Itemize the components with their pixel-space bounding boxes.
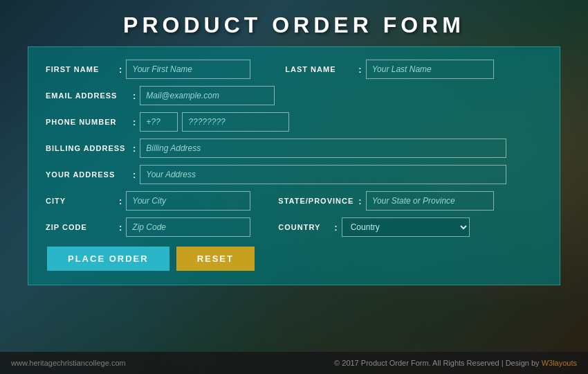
field-address: YOUR ADDRESS : [46, 165, 542, 184]
label-billing: BILLING ADDRESS [46, 144, 129, 152]
input-phone-num[interactable] [182, 112, 289, 132]
input-state[interactable] [366, 191, 494, 211]
input-firstname[interactable] [126, 60, 250, 79]
row-billing: BILLING ADDRESS : [46, 139, 542, 158]
button-row: PLACE ORDER RESET [46, 247, 542, 271]
field-city: CITY : [46, 191, 250, 211]
label-phone: PHONE NUMBER [46, 118, 129, 126]
label-zip: ZIP CODE [46, 223, 115, 231]
label-state: STATE/PROVINCE [278, 197, 354, 205]
field-state: STATE/PROVINCE : [278, 191, 493, 211]
input-city[interactable] [126, 191, 250, 211]
input-email[interactable] [140, 86, 275, 105]
row-zip-country: ZIP CODE : COUNTRY : Country United Stat… [46, 217, 542, 237]
field-country: COUNTRY : Country United States United K… [278, 217, 469, 237]
field-billing: BILLING ADDRESS : [46, 139, 542, 158]
input-billing[interactable] [140, 139, 506, 158]
row-city-state: CITY : STATE/PROVINCE : [46, 191, 542, 211]
field-lastname: LAST NAME : [285, 60, 493, 79]
field-phone: PHONE NUMBER : [46, 112, 289, 132]
field-zip: ZIP CODE : [46, 217, 250, 237]
form-container: FIRST NAME : LAST NAME : EMAIL ADDRESS :… [28, 46, 560, 285]
page-title: PRODUCT ORDER FORM [123, 12, 465, 38]
label-city: CITY [46, 197, 115, 205]
input-zip[interactable] [126, 217, 250, 237]
label-country: COUNTRY [278, 223, 330, 231]
label-address: YOUR ADDRESS [46, 170, 129, 179]
row-address: YOUR ADDRESS : [46, 165, 542, 184]
row-phone: PHONE NUMBER : [46, 112, 542, 132]
row-email: EMAIL ADDRESS : [46, 86, 542, 105]
label-firstname: FIRST NAME [46, 65, 115, 73]
page-wrapper: PRODUCT ORDER FORM FIRST NAME : LAST NAM… [0, 0, 588, 374]
reset-button[interactable]: RESET [176, 247, 255, 271]
input-phone-code[interactable] [140, 112, 178, 132]
label-lastname: LAST NAME [285, 65, 354, 73]
label-email: EMAIL ADDRESS [46, 91, 129, 100]
select-country[interactable]: Country United States United Kingdom Can… [342, 217, 470, 237]
row-name: FIRST NAME : LAST NAME : [46, 60, 542, 79]
input-address[interactable] [140, 165, 506, 184]
place-order-button[interactable]: PLACE ORDER [47, 247, 169, 271]
input-lastname[interactable] [366, 60, 494, 79]
field-firstname: FIRST NAME : [46, 60, 250, 79]
field-email: EMAIL ADDRESS : [46, 86, 275, 105]
